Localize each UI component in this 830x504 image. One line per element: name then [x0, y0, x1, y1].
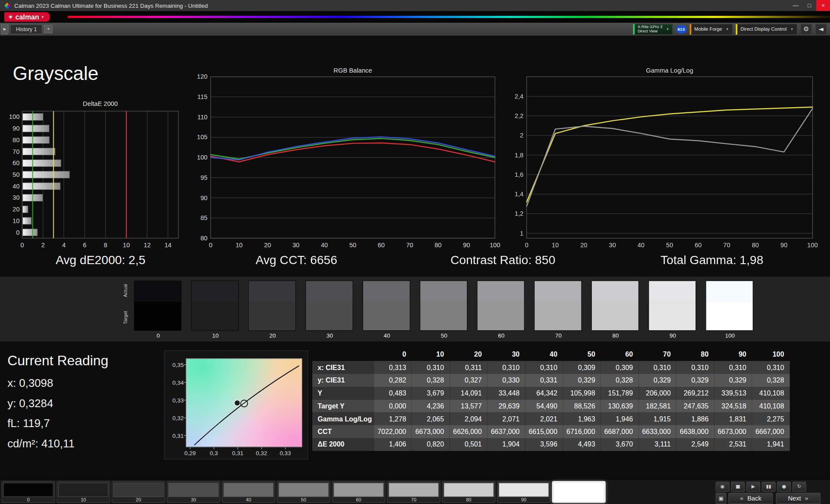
chart-text: 100: [807, 242, 818, 249]
patch-button-10[interactable]: 10: [57, 481, 110, 503]
tab-history-1[interactable]: History 1: [10, 24, 42, 34]
table-cell: 0,311: [449, 361, 487, 374]
play-button[interactable]: ▶: [747, 482, 760, 491]
calman-logo-text: calman: [16, 13, 39, 21]
table-header-cell: 40: [525, 347, 562, 361]
close-button[interactable]: ×: [816, 0, 830, 11]
chart-shape: [23, 159, 61, 166]
reading-fl: fL: 119,7: [7, 417, 50, 430]
chart-text: 8: [104, 242, 107, 249]
patch-button-30[interactable]: 30: [167, 481, 220, 503]
chart-text: RGB Balance: [334, 67, 372, 74]
table-cell: 0,309: [563, 361, 600, 374]
record-button[interactable]: ●: [777, 482, 791, 491]
chart-text: 60: [378, 242, 385, 249]
gamma-series-target: [527, 107, 812, 202]
patch-button-40[interactable]: 40: [222, 481, 275, 503]
patch-swatch: [58, 483, 109, 497]
table-cell: 3,679: [412, 387, 449, 400]
pause-button[interactable]: ▮▮: [762, 482, 776, 491]
patch-button-20[interactable]: 20: [112, 481, 165, 503]
patch-button-0[interactable]: 0: [2, 481, 55, 503]
cie-x-tick-label: 0,29: [181, 450, 199, 456]
table-cell: 0,310: [676, 361, 714, 374]
patch-button-90[interactable]: 90: [497, 481, 551, 503]
table-cell: 130,639: [600, 399, 638, 412]
patch-button-70[interactable]: 70: [387, 481, 441, 503]
swatch-target: [592, 302, 638, 330]
cie-y-tick-label: 0,34: [167, 379, 184, 386]
patch-label: 80: [443, 497, 495, 502]
table-cell: 14,091: [449, 387, 487, 400]
patch-label: 90: [498, 497, 550, 502]
swatch-actual: [535, 281, 581, 302]
patch-button-50[interactable]: 50: [277, 481, 330, 503]
titlebar: Calman 2023 Calman Ultimate for Business…: [0, 0, 830, 11]
table-cell: 1,946: [600, 412, 638, 425]
table-cell: 0,310: [714, 361, 751, 374]
chart-shape: [23, 229, 38, 236]
patch-label: 20: [112, 497, 165, 502]
chevron-down-icon: ▼: [790, 28, 793, 31]
meter-select-button[interactable]: X-Rite i1Pro 3 Direct View ▼: [633, 23, 673, 35]
back-icon: «: [740, 494, 744, 502]
patch-button-80[interactable]: 80: [442, 481, 495, 503]
swatch-target: [649, 302, 696, 330]
patch-swatch: [168, 483, 218, 497]
chart-shape: [23, 148, 55, 155]
table-cell: 1,915: [638, 412, 676, 425]
table-cell: 54,490: [525, 399, 562, 412]
stop-all-button[interactable]: ▣: [716, 493, 726, 504]
meter-read-button[interactable]: ◉: [716, 482, 730, 491]
meter-mode: Direct View: [638, 29, 662, 33]
display-control-button[interactable]: Direct Display Control ▼: [736, 23, 797, 35]
patch-button-100[interactable]: 100: [552, 481, 606, 503]
refresh-button[interactable]: ↻: [792, 482, 806, 491]
patch-button-60[interactable]: 60: [332, 481, 386, 503]
settings-gear-button[interactable]: ⚙: [800, 23, 812, 35]
chart-text: 20: [13, 206, 19, 213]
cie-xy-chart: 0,350,340,330,320,310,290,30,310,320,33: [164, 351, 308, 459]
swatch-target: [535, 302, 581, 330]
calman-logo-button[interactable]: calman ▾: [4, 12, 50, 22]
swatch-actual: [649, 281, 696, 302]
next-button[interactable]: Next »: [776, 493, 820, 504]
reading-y: y: 0,3284: [7, 397, 53, 409]
chart-text: 30: [13, 194, 19, 201]
panel-collapse-button[interactable]: ◄: [815, 23, 827, 35]
swatch-label: 80: [591, 332, 640, 339]
source-select-button[interactable]: Mobile Forge ▼: [690, 23, 733, 35]
table-cell: 88,526: [563, 399, 600, 412]
table-cell: 105,998: [563, 387, 600, 400]
chart-text: 14: [164, 242, 171, 249]
table-cell: 6667,000: [752, 425, 789, 438]
table-header-spacer: [312, 347, 374, 361]
toolbar: ▶ History 1 + X-Rite i1Pro 3 Direct View…: [0, 23, 830, 36]
add-page-button[interactable]: +: [44, 25, 53, 34]
swatch-target: [192, 302, 238, 330]
table-header-row: 0102030405060708090100: [312, 347, 789, 361]
swatch-label: 0: [134, 332, 183, 339]
table-cell: 6673,000: [714, 425, 751, 438]
table-header-cell: 80: [676, 347, 714, 361]
table-row-label: y: CIE31: [312, 374, 374, 387]
minimize-button[interactable]: —: [788, 0, 802, 11]
table-cell: 3,111: [638, 438, 676, 451]
table-cell: 7022,000: [374, 425, 411, 438]
stop-button[interactable]: ■: [731, 482, 745, 491]
chart-text: 20: [580, 242, 587, 249]
chevron-down-icon: ▼: [726, 28, 729, 31]
table-cell: 0,329: [563, 374, 600, 387]
stat-contrast-ratio: Contrast Ratio: 850: [402, 253, 603, 267]
display-control-label: Direct Display Control: [741, 26, 787, 32]
chart-shape: [23, 137, 49, 144]
history-panel-toggle-button[interactable]: ▶: [1, 24, 8, 34]
swatch-actual: [420, 281, 467, 302]
table-cell: 6637,000: [487, 425, 525, 438]
table-cell: 0,328: [600, 374, 638, 387]
maximize-button[interactable]: □: [802, 0, 816, 11]
back-button[interactable]: « Back: [728, 493, 773, 504]
table-cell: 4,493: [563, 438, 600, 451]
chart-text: 60: [13, 159, 19, 166]
table-cell: 1,963: [563, 412, 600, 425]
